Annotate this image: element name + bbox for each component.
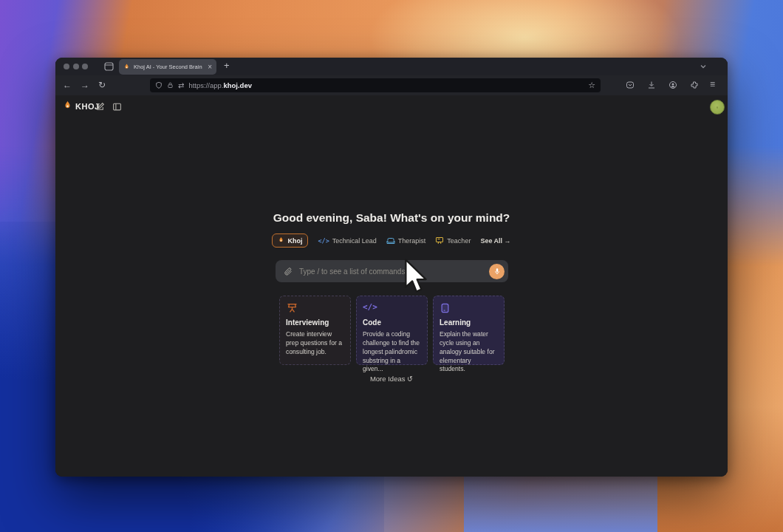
card-title: Interviewing bbox=[286, 318, 344, 327]
agent-pills-row: Khoj </> Technical Lead Therapist Teache… bbox=[55, 233, 728, 248]
maximize-window-button[interactable] bbox=[82, 64, 88, 69]
suggestion-card-code[interactable]: </> Code Provide a coding challenge to f… bbox=[356, 296, 428, 365]
new-chat-icon[interactable] bbox=[95, 102, 105, 112]
khoj-lantern-icon bbox=[63, 100, 72, 112]
tab-strip: Khoj AI - Your Second Brain × + bbox=[55, 58, 728, 75]
lock-icon[interactable] bbox=[167, 81, 174, 89]
agent-pill-therapist[interactable]: Therapist bbox=[386, 237, 426, 245]
user-avatar[interactable]: ◦ bbox=[710, 100, 725, 115]
couch-icon bbox=[386, 237, 395, 245]
suggestion-card-interviewing[interactable]: Interviewing Create interview prep quest… bbox=[279, 296, 351, 365]
presentation-icon bbox=[286, 302, 344, 315]
agent-label: Teacher bbox=[447, 237, 471, 245]
agent-label: Khoj bbox=[287, 237, 302, 245]
agent-pill-khoj[interactable]: Khoj bbox=[272, 233, 308, 248]
chat-composer[interactable] bbox=[276, 260, 508, 282]
menu-icon[interactable]: ≡ bbox=[710, 79, 715, 89]
greeting-heading: Good evening, Saba! What's on your mind? bbox=[55, 211, 728, 225]
new-tab-button[interactable]: + bbox=[224, 60, 230, 71]
khoj-logo[interactable]: KHOJ bbox=[63, 100, 100, 112]
code-icon: </> bbox=[318, 237, 329, 245]
browser-toolbar: ← → ↻ ⇄ https://app.khoj.dev ☆ ≡ bbox=[55, 75, 728, 95]
card-body: Provide a coding challenge to find the l… bbox=[363, 330, 421, 374]
back-button[interactable]: ← bbox=[63, 80, 72, 90]
book-icon bbox=[440, 302, 498, 315]
agent-label: Therapist bbox=[398, 237, 426, 245]
app-header: KHOJ ◦ bbox=[55, 99, 728, 117]
chat-input[interactable] bbox=[299, 267, 482, 276]
sidebar-toggle-icon[interactable] bbox=[112, 102, 122, 112]
more-ideas-label: More Ideas bbox=[370, 375, 406, 383]
microphone-icon bbox=[493, 267, 501, 276]
switch-protocol-icon[interactable]: ⇄ bbox=[178, 81, 184, 89]
reload-button[interactable]: ↻ bbox=[98, 80, 106, 90]
browser-window: Khoj AI - Your Second Brain × + ← → ↻ ⇄ … bbox=[55, 58, 728, 477]
khoj-app-page: KHOJ ◦ Good evening, Saba! What's on you… bbox=[55, 95, 728, 477]
see-all-link[interactable]: See All → bbox=[480, 237, 510, 245]
card-title: Code bbox=[363, 318, 421, 327]
extensions-icon[interactable] bbox=[690, 81, 699, 89]
account-icon[interactable] bbox=[669, 81, 677, 89]
voice-mic-button[interactable] bbox=[489, 264, 505, 279]
chalkboard-icon bbox=[435, 236, 444, 245]
suggestion-card-learning[interactable]: Learning Explain the water cycle using a… bbox=[433, 296, 505, 365]
bookmark-star-icon[interactable]: ☆ bbox=[588, 81, 595, 90]
khoj-lantern-icon bbox=[278, 236, 284, 245]
tab-favicon-khoj-icon bbox=[123, 64, 130, 71]
more-ideas-button[interactable]: More Ideas ↺ bbox=[55, 375, 728, 383]
card-body: Create interview prep questions for a co… bbox=[286, 330, 344, 357]
attach-paperclip-icon[interactable] bbox=[284, 267, 293, 276]
firefox-view-icon[interactable] bbox=[104, 62, 114, 71]
close-window-button[interactable] bbox=[64, 64, 69, 69]
tab-close-icon[interactable]: × bbox=[208, 64, 212, 71]
agent-label: Technical Lead bbox=[332, 237, 377, 245]
url-text[interactable]: https://app.khoj.dev bbox=[188, 81, 584, 89]
browser-tab[interactable]: Khoj AI - Your Second Brain × bbox=[119, 59, 216, 75]
tracking-shield-icon[interactable] bbox=[155, 81, 163, 89]
refresh-icon: ↺ bbox=[407, 375, 413, 383]
forward-button[interactable]: → bbox=[81, 80, 89, 90]
agent-pill-technical-lead[interactable]: </> Technical Lead bbox=[318, 237, 376, 245]
list-tabs-chevron-icon[interactable] bbox=[700, 63, 707, 70]
card-body: Explain the water cycle using an analogy… bbox=[440, 330, 498, 374]
pocket-icon[interactable] bbox=[626, 81, 635, 89]
minimize-window-button[interactable] bbox=[73, 64, 79, 69]
tab-title: Khoj AI - Your Second Brain bbox=[134, 64, 204, 70]
url-bar[interactable]: ⇄ https://app.khoj.dev ☆ bbox=[150, 78, 601, 92]
downloads-icon[interactable] bbox=[647, 81, 656, 89]
suggestion-cards: Interviewing Create interview prep quest… bbox=[279, 296, 505, 365]
agent-pill-teacher[interactable]: Teacher bbox=[435, 236, 471, 245]
card-title: Learning bbox=[440, 318, 498, 327]
code-icon: </> bbox=[363, 302, 421, 315]
window-controls[interactable] bbox=[64, 64, 88, 69]
